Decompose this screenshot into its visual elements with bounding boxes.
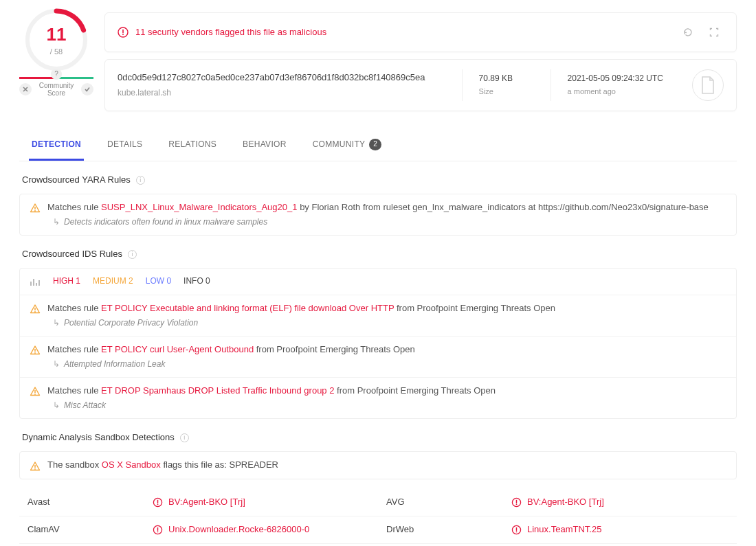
ids-rule: Matches rule ET POLICY curl User-Agent O…: [20, 337, 736, 378]
community-score: ? CommunityScore: [19, 77, 93, 97]
vote-up-icon[interactable]: [81, 83, 93, 95]
score-circle: 11 / 58: [29, 12, 84, 67]
svg-point-20: [157, 503, 159, 505]
reanalyze-icon[interactable]: [678, 23, 698, 42]
engine-name: AVG: [378, 489, 509, 516]
tab-bar: DETECTIONDETAILSRELATIONSBEHAVIORCOMMUNI…: [19, 130, 737, 161]
svg-point-29: [516, 531, 518, 532]
svg-point-3: [122, 34, 124, 35]
malicious-icon: [153, 525, 163, 535]
ids-rule-detail: Misc Attack: [64, 400, 106, 411]
warning-icon: [30, 203, 41, 214]
ids-rule-detail: Potential Corporate Privacy Violation: [64, 317, 198, 329]
engine-detection: BV:Agent-BKO [Trj]: [150, 489, 378, 516]
sandbox-section: Dynamic Analysis Sandbox Detections i Th…: [19, 431, 737, 479]
info-icon[interactable]: i: [180, 433, 189, 442]
sandbox-link[interactable]: OS X Sandbox: [102, 459, 161, 470]
warning-icon: [30, 386, 41, 397]
warning-icon: [30, 304, 41, 315]
svg-rect-6: [30, 282, 32, 286]
yara-rule: Matches rule SUSP_LNX_Linux_Malware_Indi…: [20, 194, 736, 235]
engine-row: AvastBV:Agent-BKO [Trj]AVGBV:Agent-BKO […: [19, 489, 737, 516]
ids-section: Crowdsourced IDS Rules i HIGH 1 MEDIUM 2…: [19, 248, 737, 419]
yara-section: Crowdsourced YARA Rules i Matches rule S…: [19, 174, 737, 236]
engine-row: ClamAVUnix.Downloader.Rocke-6826000-0DrW…: [19, 516, 737, 544]
tab-community[interactable]: COMMUNITY2: [310, 130, 385, 161]
malicious-icon: [153, 497, 163, 508]
yara-rule-link[interactable]: SUSP_LNX_Linux_Malware_Indicators_Aug20_…: [101, 202, 297, 212]
tab-details[interactable]: DETAILS: [104, 130, 145, 161]
svg-rect-9: [38, 280, 40, 286]
tab-behavior[interactable]: BEHAVIOR: [240, 130, 289, 161]
score-arc-icon: [25, 8, 88, 71]
engine-detection: BV:Agent-BKO [Trj]: [509, 489, 737, 516]
info-icon[interactable]: i: [128, 250, 137, 259]
file-name: kube.lateral.sh: [118, 87, 445, 99]
community-score-label: CommunityScore: [32, 82, 81, 97]
tab-relations[interactable]: RELATIONS: [166, 130, 219, 161]
ids-rule-link[interactable]: ET DROP Spamhaus DROP Listed Traffic Inb…: [101, 385, 334, 396]
expand-icon[interactable]: [704, 23, 724, 42]
sandbox-row: The sandbox OS X Sandbox flags this file…: [20, 452, 736, 479]
alert-message: 11 security vendors flagged this file as…: [135, 26, 671, 39]
warning-icon: [30, 461, 41, 472]
file-type-icon: [692, 69, 724, 101]
yara-rule-detail: Detects indicators often found in linux …: [64, 216, 267, 228]
engine-name: Avast: [19, 489, 150, 516]
ids-rule-link[interactable]: ET POLICY curl User-Agent Outbound: [101, 344, 254, 354]
svg-rect-7: [33, 279, 34, 286]
file-time: 2021-05-05 09:24:32 UTC a moment ago: [568, 73, 663, 97]
ids-high[interactable]: HIGH 1: [53, 275, 80, 287]
ids-summary: HIGH 1 MEDIUM 2 LOW 0 INFO 0: [20, 269, 736, 295]
ids-rule: Matches rule ET DROP Spamhaus DROP Liste…: [20, 378, 736, 418]
engine-name: DrWeb: [378, 516, 509, 543]
ids-rule-detail: Attempted Information Leak: [64, 359, 165, 370]
svg-point-26: [157, 531, 159, 532]
engine-name: ClamAV: [19, 516, 150, 543]
engine-detection: Unix.Downloader.Rocke-6826000-0: [150, 516, 378, 543]
ids-info[interactable]: INFO 0: [184, 275, 210, 287]
detection-score: 11 / 58 ? CommunityScore: [19, 12, 93, 97]
ids-low[interactable]: LOW 0: [146, 275, 171, 287]
alert-icon: [118, 27, 129, 38]
malicious-alert: 11 security vendors flagged this file as…: [104, 12, 737, 52]
svg-point-11: [34, 311, 36, 312]
sandbox-title: Dynamic Analysis Sandbox Detections: [22, 431, 175, 444]
help-icon[interactable]: ?: [51, 69, 62, 80]
file-info-card: 0dc0d5e9d127c8027c0a5ed0ce237ab07d3ef867…: [104, 59, 737, 111]
info-icon[interactable]: i: [136, 176, 145, 185]
svg-point-15: [34, 394, 36, 395]
svg-point-17: [34, 468, 36, 470]
tab-detection[interactable]: DETECTION: [29, 130, 84, 161]
svg-rect-8: [36, 283, 37, 286]
malicious-icon: [511, 497, 522, 508]
svg-point-5: [34, 210, 36, 212]
warning-icon: [30, 345, 41, 356]
svg-point-13: [34, 352, 36, 354]
engine-table: AvastBV:Agent-BKO [Trj]AVGBV:Agent-BKO […: [19, 489, 737, 546]
svg-point-23: [516, 503, 518, 505]
file-size: 70.89 KB Size: [479, 73, 534, 97]
ids-title: Crowdsourced IDS Rules: [22, 248, 122, 261]
file-header: 11 / 58 ? CommunityScore: [19, 12, 737, 111]
ids-rule: Matches rule ET POLICY Executable and li…: [20, 295, 736, 337]
file-hash[interactable]: 0dc0d5e9d127c8027c0a5ed0ce237ab07d3ef867…: [118, 71, 445, 84]
ids-medium[interactable]: MEDIUM 2: [93, 275, 133, 287]
engine-detection: Linux.TeamTNT.25: [509, 516, 737, 543]
bars-icon: [30, 277, 41, 286]
vote-down-icon[interactable]: [19, 83, 32, 95]
malicious-icon: [511, 525, 522, 535]
ids-rule-link[interactable]: ET POLICY Executable and linking format …: [101, 303, 394, 313]
yara-title: Crowdsourced YARA Rules: [22, 174, 131, 187]
